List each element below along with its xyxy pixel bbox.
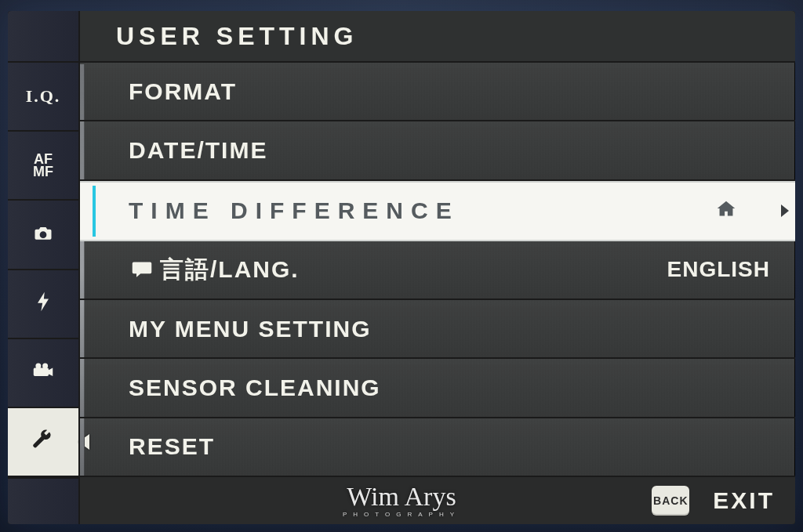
menu-item-time-difference[interactable]: TIME DIFFERENCE [80,181,795,241]
menu-item-date-time[interactable]: DATE/TIME [80,121,795,180]
camera-icon [32,222,54,248]
sidebar-tab-flash[interactable] [8,270,78,339]
menu-item-format[interactable]: FORMAT [80,63,795,121]
menu-item-value: ENGLISH [667,257,770,282]
afmf-label: AF MF [33,153,53,178]
sidebar-tab-movie[interactable] [8,339,78,408]
page-title: USER SETTING [116,22,358,51]
svg-marker-0 [38,292,49,312]
sidebar-spacer [8,477,78,524]
menu-list: FORMAT DATE/TIME TIME DIFFERENCE [80,63,795,476]
sidebar-spacer [8,11,78,63]
menu-item-sensor-cleaning[interactable]: SENSOR CLEANING [80,359,795,418]
sidebar: I.Q. AF MF [8,11,78,524]
chevron-right-icon [781,204,789,217]
page-title-row: USER SETTING [80,11,795,63]
sidebar-tab-iq[interactable]: I.Q. [8,63,78,132]
back-label: BACK [653,494,688,507]
menu-item-label: 言語/LANG. [160,254,667,286]
menu-item-reset[interactable]: RESET [80,418,795,476]
menu-item-label: DATE/TIME [129,137,778,164]
sidebar-tab-afmf[interactable]: AF MF [8,132,78,201]
sidebar-tab-camera[interactable] [8,201,78,270]
menu-item-my-menu-setting[interactable]: MY MENU SETTING [80,300,795,359]
menu-item-label: FORMAT [129,78,778,105]
footer-bar: BACK EXIT [80,476,795,524]
home-icon [712,197,740,226]
movie-icon [32,360,54,385]
back-button[interactable]: BACK [652,486,689,516]
menu-item-label: TIME DIFFERENCE [129,197,712,224]
wrench-icon [32,429,54,454]
iq-label: I.Q. [26,86,61,107]
exit-button[interactable]: EXIT [713,487,775,514]
content-panel: USER SETTING FORMAT DATE/TIME TIME DIFFE… [78,11,795,524]
sidebar-tab-setup[interactable] [8,408,78,477]
menu-item-language[interactable]: 言語/LANG. ENGLISH [80,241,795,300]
camera-menu-screen: I.Q. AF MF [8,11,795,524]
flash-icon [32,291,54,317]
menu-item-label: RESET [129,433,778,460]
speech-bubble-icon [129,259,155,280]
menu-item-label: SENSOR CLEANING [129,375,778,401]
menu-item-label: MY MENU SETTING [129,316,778,342]
exit-label: EXIT [713,487,775,513]
